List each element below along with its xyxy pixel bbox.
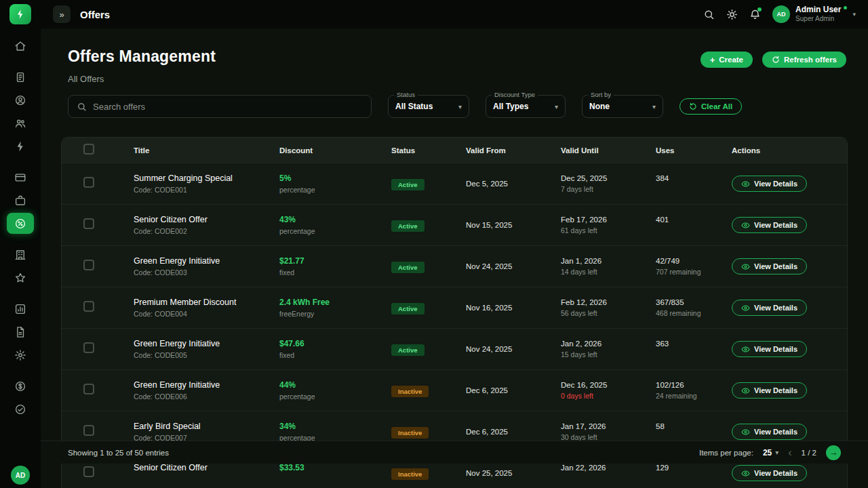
row-checkbox[interactable] [83, 260, 94, 270]
valid-from-date: Nov 25, 2025 [466, 469, 561, 477]
eye-icon [741, 469, 750, 478]
row-checkbox[interactable] [83, 218, 94, 229]
sidebar: AD [0, 0, 41, 488]
valid-until-date: Dec 16, 2025 [561, 381, 656, 389]
table-row: Green Energy Initiative Code: CODE005 $4… [62, 328, 847, 369]
days-left-note: 15 days left [561, 350, 656, 359]
valid-from-date: Dec 6, 2025 [466, 428, 561, 436]
uses-count: 102/126 [656, 381, 732, 389]
create-button[interactable]: + Create [701, 52, 753, 68]
view-details-button[interactable]: View Details [732, 465, 807, 481]
plus-icon: + [710, 56, 715, 64]
refresh-offers-button[interactable]: Refresh offers [762, 52, 846, 68]
sidebar-item-star[interactable] [7, 267, 34, 288]
discount-value: 34% [279, 422, 391, 431]
sidebar-item-briefcase[interactable] [7, 190, 34, 211]
table-row: Green Energy Initiative Code: CODE006 44… [62, 369, 847, 411]
items-per-page-select[interactable]: 25 ▾ [763, 448, 778, 458]
sidebar-collapse-button[interactable]: » [53, 5, 71, 23]
credit-card-icon [14, 171, 26, 184]
uses-remaining-note [656, 226, 732, 235]
notifications-bell-icon[interactable] [749, 9, 761, 20]
sort-by-select[interactable]: Sort by None ▾ [582, 95, 663, 118]
offer-code: Code: CODE004 [134, 310, 279, 318]
offer-title: Summer Charging Special [134, 174, 279, 183]
status-badge: Active [391, 303, 425, 314]
notification-dot [757, 7, 762, 12]
sidebar-item-user-circle[interactable] [7, 89, 34, 110]
view-details-button[interactable]: View Details [732, 176, 807, 192]
table-row: Senior Citizen Offer Code: CODE002 43% p… [62, 204, 847, 245]
view-details-button[interactable]: View Details [732, 300, 807, 316]
theme-icon[interactable] [726, 9, 738, 20]
eye-icon [741, 304, 750, 312]
offer-code: Code: CODE001 [134, 186, 279, 194]
previous-page-button[interactable]: ‹ [788, 447, 791, 458]
reset-icon [689, 102, 697, 110]
status-badge: Inactive [391, 468, 429, 480]
discount-value: $21.77 [279, 256, 391, 266]
sidebar-item-offers-percent[interactable] [7, 213, 34, 234]
sidebar-item-check-circle[interactable] [7, 399, 34, 420]
sidebar-item-home[interactable] [7, 35, 34, 56]
sidebar-item-documents[interactable] [7, 66, 34, 87]
row-checkbox[interactable] [83, 301, 94, 312]
discount-type-filter-label: Discount Type [492, 91, 538, 98]
table-header-row: Title Discount Status Valid From Valid U… [62, 138, 847, 163]
eye-icon [741, 262, 750, 271]
view-details-button[interactable]: View Details [732, 217, 807, 233]
row-checkbox[interactable] [83, 342, 94, 353]
bar-chart-icon [14, 303, 26, 315]
sidebar-item-coin[interactable] [7, 375, 34, 396]
row-checkbox[interactable] [83, 177, 94, 188]
status-filter-select[interactable]: Status All Status ▾ [388, 95, 469, 118]
offer-title: Senior Citizen Offer [134, 463, 279, 472]
view-details-button[interactable]: View Details [732, 382, 807, 399]
topbar-title: Offers [80, 9, 110, 20]
uses-remaining-note: 468 remaining [656, 309, 732, 317]
uses-count: 58 [656, 422, 732, 430]
eye-icon [741, 428, 750, 436]
discount-type-filter-select[interactable]: Discount Type All Types ▾ [486, 95, 566, 118]
sidebar-item-credit-card[interactable] [7, 167, 34, 188]
discount-value: $33.53 [279, 463, 391, 472]
offer-title: Green Energy Initiative [134, 380, 279, 390]
clear-all-button[interactable]: Clear All [679, 98, 742, 115]
valid-from-date: Dec 5, 2025 [466, 180, 561, 188]
select-all-checkbox[interactable] [83, 144, 94, 155]
user-avatar: AD [772, 5, 790, 23]
search-icon[interactable] [703, 9, 715, 20]
page-subtitle: All Offers [68, 74, 216, 84]
sidebar-item-gear[interactable] [7, 344, 34, 365]
chevron-down-icon: ▾ [775, 449, 778, 456]
discount-value: 44% [279, 380, 391, 390]
view-details-button[interactable]: View Details [732, 424, 807, 440]
sidebar-item-bar-chart[interactable] [7, 298, 34, 319]
sort-by-label: Sort by [588, 91, 614, 98]
page-indicator: 1 / 2 [802, 449, 816, 457]
days-left-note [561, 474, 656, 483]
valid-until-date: Dec 25, 2025 [561, 174, 656, 182]
search-offers-input[interactable] [93, 102, 363, 112]
sidebar-item-users[interactable] [7, 113, 34, 134]
user-menu[interactable]: AD Admin User Super Admin ▾ [772, 5, 856, 23]
row-checkbox[interactable] [83, 466, 94, 477]
row-checkbox[interactable] [83, 384, 94, 394]
building-icon [14, 249, 26, 261]
sidebar-item-file-text[interactable] [7, 321, 34, 342]
next-page-button[interactable]: → [826, 445, 841, 460]
uses-count: 384 [656, 174, 732, 182]
sidebar-item-bolt[interactable] [7, 136, 34, 157]
status-badge: Inactive [391, 427, 429, 439]
sidebar-item-building[interactable] [7, 244, 34, 265]
row-checkbox[interactable] [83, 425, 94, 436]
briefcase-icon [14, 195, 26, 207]
status-badge: Active [391, 220, 425, 232]
status-filter-label: Status [394, 91, 418, 98]
sidebar-user-avatar[interactable]: AD [11, 466, 30, 485]
star-icon [14, 272, 26, 284]
view-details-button[interactable]: View Details [732, 341, 807, 357]
pagination-bar: Showing 1 to 25 of 50 entries Items per … [41, 441, 868, 464]
view-details-button[interactable]: View Details [732, 258, 807, 274]
days-left-note: 56 days left [561, 309, 656, 317]
